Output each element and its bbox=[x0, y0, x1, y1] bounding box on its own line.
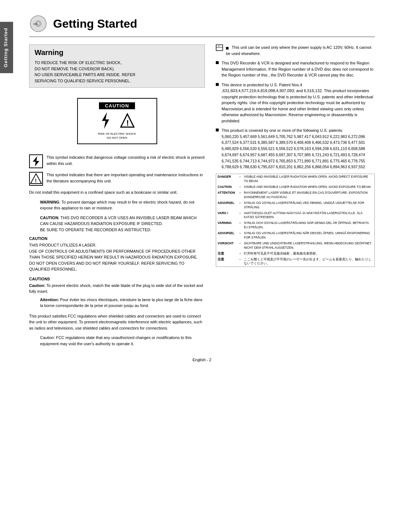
laser-text-advarsel2: SYNLIG OG USYNLIG LASERSTRÅLING NÅR DEKS… bbox=[242, 230, 374, 241]
caution-icons-row: ! bbox=[99, 111, 135, 130]
right-bullet-2-text: This DVD Recorder & VCR is designed and … bbox=[222, 60, 375, 78]
caution-item-2-label: Attention: bbox=[40, 297, 59, 302]
caution-laser-text: CAUTION: THIS DVD RECORDER & VCR USES AN… bbox=[29, 215, 205, 233]
laser-label-attention: ATTENTION bbox=[216, 190, 238, 200]
svg-text:!: ! bbox=[35, 178, 37, 184]
right-bullet-3: This device is protected by U.S. Patent … bbox=[216, 82, 375, 124]
bullet-3-square bbox=[216, 83, 219, 86]
bullet-2-square bbox=[216, 61, 219, 64]
warning-fire-text: WARNING: To prevent damage which may res… bbox=[29, 199, 205, 211]
laser-label-varning: VARNING bbox=[216, 220, 238, 230]
caution-sub-text: RISK OF ELECTRIC SHOCKDO NOT OPEN bbox=[98, 132, 136, 140]
note-icon-row: ✏ This unit can be used only where the p… bbox=[216, 44, 375, 56]
warning-fire-body: : To prevent damage which may result in … bbox=[40, 200, 194, 210]
symbol-2-section: ! This symbol indicates that there are i… bbox=[29, 172, 205, 186]
laser-row-advarsel1: ADVARSEL – SYNLIG OG USYNLIG LASERSTRÅLI… bbox=[216, 200, 375, 210]
page-container: Getting Started DVD Getting Started Warn… bbox=[0, 0, 393, 532]
laser-dash-1: – bbox=[238, 174, 243, 184]
laser-text-vorsicht: SICHTBARE UND UNSICHTBARE LASERSTRAHLUNG… bbox=[242, 241, 374, 251]
caution-section-content: THIS PRODUCT UTILIZES A LASER. USE OF CO… bbox=[29, 242, 205, 272]
laser-text-chinese1: 打开时有可见及不可见激光辐射，避免激光束照射。 bbox=[242, 251, 374, 257]
page-footer: English - 2 bbox=[29, 358, 375, 362]
laser-row-japanese1: 注意 – ここを開くと可視及び不可視のレーザー光が出ます。ビームを直接見たり、触… bbox=[216, 257, 375, 267]
right-bullet-2: This DVD Recorder & VCR is designed and … bbox=[216, 60, 375, 78]
laser-label-chinese1: 注意 bbox=[216, 251, 238, 257]
caution-section-label: CAUTION bbox=[29, 236, 205, 241]
caution-section: CAUTION THIS PRODUCT UTILIZES A LASER. U… bbox=[29, 236, 205, 272]
laser-text-attention: RAYONNEMENT LASER VISIBLE ET INVISIBLE E… bbox=[242, 190, 374, 200]
laser-label-danger: DANGER bbox=[216, 174, 238, 184]
confined-space-text: Do not install this equipment in a confi… bbox=[29, 189, 205, 196]
warning-line-3: NO USER-SERVICEABLE PARTS ARE INSIDE. RE… bbox=[35, 72, 199, 78]
page-header: DVD Getting Started bbox=[29, 15, 375, 37]
patents-list: 5,060,220 5,457,669 5,561,649 5,705,762 … bbox=[222, 134, 375, 170]
caution-diagram-header: CAUTION bbox=[99, 102, 135, 109]
svg-marker-8 bbox=[33, 156, 39, 166]
laser-label-vorsicht: VORSICHT bbox=[216, 241, 238, 251]
page-title: Getting Started bbox=[53, 17, 137, 31]
right-bullet-4-text: This product is covered by one or more o… bbox=[222, 127, 375, 134]
laser-text-varning: SYNLIG OCH OSYNLIG LASERSTRÅLNING NÄR DE… bbox=[242, 220, 374, 230]
fcc-caution: Caution: FCC regulations state that any … bbox=[29, 335, 205, 347]
warning-fire-label: WARNING bbox=[40, 200, 59, 204]
caution-diagram: CAUTION ! bbox=[77, 98, 157, 144]
note-symbol-icon: ✏ bbox=[216, 44, 223, 51]
laser-dash-9: – bbox=[238, 251, 243, 257]
right-column: ✏ This unit can be used only where the p… bbox=[216, 44, 375, 350]
laser-dash-10: – bbox=[238, 257, 243, 267]
right-bullet-1: This unit can be used only where the pow… bbox=[226, 44, 375, 56]
cautions-section-label: CAUTIONS bbox=[29, 277, 205, 281]
warning-line-4: SERVICING TO QUALIFIED SERVICE PERSONNEL… bbox=[35, 78, 199, 84]
laser-label-varo: VARO ! bbox=[216, 210, 238, 221]
laser-row-attention: ATTENTION – RAYONNEMENT LASER VISIBLE ET… bbox=[216, 190, 375, 200]
laser-dash-7: – bbox=[238, 230, 243, 241]
laser-label-japanese1: 注意 bbox=[216, 257, 238, 267]
cautions-section: CAUTIONS Caution: To prevent electric sh… bbox=[29, 277, 205, 309]
laser-row-caution: CAUTION – VISIBLE AND INVISIBLE LASER RA… bbox=[216, 184, 375, 190]
lightning-bolt-icon bbox=[99, 111, 112, 130]
svg-text:!: ! bbox=[126, 118, 129, 127]
main-content: DVD Getting Started Warning TO REDUCE TH… bbox=[18, 0, 393, 377]
footer-text: English - 2 bbox=[192, 358, 211, 362]
caution-item-2-text: Pour éviter les chocs électriques, intro… bbox=[40, 297, 202, 308]
laser-row-chinese1: 注意 – 打开时有可见及不可见激光辐射，避免激光束照射。 bbox=[216, 251, 375, 257]
symbol-1-section: This symbol indicates that dangerous vol… bbox=[29, 154, 205, 168]
exclamation-triangle-icon: ! bbox=[119, 113, 135, 129]
svg-text:✏: ✏ bbox=[218, 45, 220, 47]
laser-dash-2: – bbox=[238, 184, 243, 190]
sidebar-tab: Getting Started bbox=[0, 22, 13, 73]
warning-box: Warning TO REDUCE THE RISK OF ELECTRIC S… bbox=[29, 44, 205, 88]
laser-label-advarsel1: ADVARSEL bbox=[216, 200, 238, 210]
laser-row-varo: VARO ! – AVATTAESSA OLET ALTTIINA NÄKYVÄ… bbox=[216, 210, 375, 221]
note-icon: ✏ bbox=[216, 44, 223, 56]
laser-label-caution: CAUTION bbox=[216, 184, 238, 190]
right-bullet-4: This product is covered by one or more o… bbox=[216, 127, 375, 170]
fcc-text: This product satisfies FCC regulations w… bbox=[29, 313, 205, 331]
warning-line-1: TO REDUCE THE RISK OF ELECTRIC SHOCK, bbox=[35, 60, 199, 66]
warning-title: Warning bbox=[35, 48, 199, 57]
laser-row-varning: VARNING – SYNLIG OCH OSYNLIG LASERSTRÅLN… bbox=[216, 220, 375, 230]
laser-text-japanese1: ここを開くと可視及び不可視のレーザー光が出ます。ビームを直接見たり、触れたりしな… bbox=[242, 257, 374, 267]
laser-row-vorsicht: VORSICHT – SICHTBARE UND UNSICHTBARE LAS… bbox=[216, 241, 375, 251]
laser-table-body: DANGER – VISIBLE AND INVISIBLE LASER RAD… bbox=[216, 174, 375, 267]
laser-dash-8: – bbox=[238, 241, 243, 251]
warning-line-2: DO NOT REMOVE THE COVER(OR BACK). bbox=[35, 66, 199, 72]
laser-row-advarsel2: ADVARSEL – SYNLIG OG USYNLIG LASERSTRÅLI… bbox=[216, 230, 375, 241]
svg-text:DVD: DVD bbox=[33, 23, 38, 25]
laser-text-danger: VISIBLE AND INVISIBLE LASER RADIATION WH… bbox=[242, 174, 374, 184]
left-column: Warning TO REDUCE THE RISK OF ELECTRIC S… bbox=[29, 44, 205, 350]
caution-item-2: Attention: Pour éviter les chocs électri… bbox=[29, 297, 205, 309]
laser-dash-5: – bbox=[238, 210, 243, 221]
warning-text: TO REDUCE THE RISK OF ELECTRIC SHOCK, DO… bbox=[35, 60, 199, 84]
sidebar-label: Getting Started bbox=[3, 28, 8, 67]
caution-laser-label: CAUTION bbox=[40, 216, 58, 220]
lightning-symbol-icon bbox=[29, 154, 43, 168]
laser-dash-3: – bbox=[238, 190, 243, 200]
caution-laser-body: : THIS DVD RECORDER & VCR USES AN INVISI… bbox=[40, 216, 196, 232]
laser-warning-table: DANGER – VISIBLE AND INVISIBLE LASER RAD… bbox=[216, 174, 375, 267]
right-bullet-1-text: This unit can be used only where the pow… bbox=[226, 45, 371, 56]
symbol-1-text: This symbol indicates that dangerous vol… bbox=[47, 154, 205, 166]
laser-text-varo: AVATTAESSA OLET ALTTIINA NÄKYVÄÄ JA NÄKY… bbox=[242, 210, 374, 221]
right-bullet-4-container: This product is covered by one or more o… bbox=[222, 127, 375, 170]
bullet-4-square bbox=[216, 129, 219, 131]
